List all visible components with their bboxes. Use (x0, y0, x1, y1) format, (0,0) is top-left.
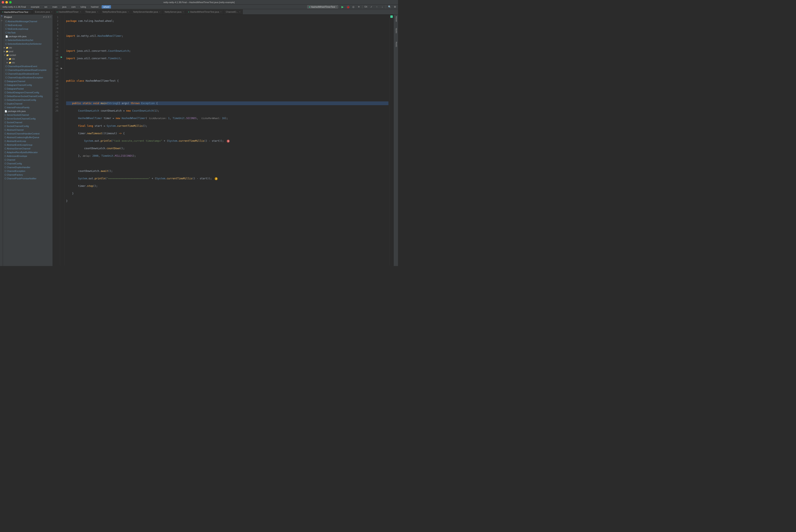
tree-item[interactable]: CDefaultSocketChannelConfig (3, 98, 53, 102)
tree-item[interactable]: CSocketChannel (3, 120, 53, 124)
tree-item[interactable]: CDatagramChannel (3, 79, 53, 83)
run-arrow-12[interactable]: ▶ (61, 56, 62, 58)
tab-timer[interactable]: Timer.java × (83, 10, 100, 14)
tree-item[interactable]: CAbstractEventLoopGroup (3, 143, 53, 147)
tab-hashedwheeltimertest-main[interactable]: ● HashedWheelTimerTest × (0, 10, 33, 14)
menu-example[interactable]: example (29, 5, 41, 8)
tab-close[interactable]: × (159, 11, 160, 13)
close-button[interactable] (2, 1, 4, 3)
code-editor[interactable]: package com.tuling.hashed.wheel; import … (64, 15, 389, 266)
tree-item-nio[interactable]: ▶📁nio (3, 57, 53, 61)
traffic-lights[interactable] (2, 1, 12, 3)
tree-item-oio[interactable]: ▶📁oio (3, 46, 53, 50)
tree-item[interactable]: CDefaultServerSocketChannelConfig (3, 94, 53, 98)
tab-label: HashedWheelTimerTest.java (190, 11, 219, 13)
run-button[interactable]: ▶ (340, 4, 345, 9)
rest-services-icon[interactable]: RestS. (394, 41, 398, 48)
tree-item[interactable]: CChannelException (3, 169, 53, 173)
build-button[interactable]: ⚙ (356, 4, 361, 9)
menu-com[interactable]: com (70, 5, 77, 8)
structure-icon[interactable]: S (0, 20, 3, 22)
tree-item[interactable]: CDatagramChannelConfig (3, 83, 53, 87)
run-arrow-14[interactable]: ▶ (61, 67, 62, 70)
tree-item[interactable]: CChannelFactory (3, 173, 53, 177)
menu-main[interactable]: main (51, 5, 59, 8)
mystic-icon[interactable]: Mystic (394, 27, 398, 34)
tree-item[interactable]: CDuplexChannel (3, 102, 53, 106)
menu-hashed[interactable]: hashed (89, 5, 100, 8)
settings-icon[interactable]: ⚙ (48, 16, 50, 18)
maven-icon[interactable]: Maven (394, 15, 398, 23)
tab-close[interactable]: × (220, 11, 221, 13)
project-icon[interactable]: P (0, 15, 3, 18)
pull-button[interactable]: ↓ (380, 4, 384, 9)
tree-item[interactable]: CAbstractNioMessageChannel (3, 20, 53, 23)
tree-item[interactable]: CNioTask (3, 31, 53, 35)
tab-close[interactable]: × (239, 11, 240, 13)
debug-button[interactable]: 🐞 (346, 4, 350, 9)
tree-item[interactable]: CChannelFlushPromiseNotifier (3, 177, 53, 180)
tree-item[interactable]: CDatagramPacket (3, 87, 53, 91)
tab-label: NettyServer.java (165, 11, 182, 13)
tree-item[interactable]: CChannelInputShutdownEvent (3, 64, 53, 68)
collapse-icon[interactable]: ⊟ (45, 16, 47, 18)
tab-close[interactable]: × (51, 11, 52, 13)
tree-item-socket[interactable]: ▼📁socket (3, 53, 53, 57)
commit-button[interactable]: ✓ (369, 4, 374, 9)
maximize-button[interactable] (9, 1, 12, 3)
find-button[interactable]: 🔍 (387, 4, 392, 9)
tree-item[interactable]: CDefaultDatagramChannelConfig (3, 91, 53, 94)
tree-item[interactable]: 📄package-info.java (3, 109, 53, 113)
tree-item[interactable]: CAddressedEnvelope (3, 154, 53, 158)
tree-item[interactable]: 📄package-info.java (3, 35, 53, 38)
menu-java[interactable]: java (60, 5, 68, 8)
tree-item[interactable]: CNioEventLoop (3, 23, 53, 27)
tab-nettyserver[interactable]: NettyServer.java × (163, 10, 186, 14)
menu-wheel[interactable]: wheel (102, 5, 111, 8)
tab-close[interactable]: × (80, 11, 81, 13)
tab-close[interactable]: × (97, 11, 98, 13)
tab-close[interactable]: × (30, 11, 31, 13)
tab-nettyserverhandler[interactable]: NettyServerHandler.java × (131, 10, 163, 14)
tree-item[interactable]: CAbstractChannel (3, 128, 53, 132)
tree-item-pool[interactable]: ▶📁pool (3, 50, 53, 53)
tree-item[interactable]: CChannelOutputShutdownEvent (3, 72, 53, 76)
menu-src[interactable]: src (43, 5, 49, 8)
run-config-selector[interactable]: ● HashedWheelTimerTest ▾ (307, 5, 338, 8)
push-button[interactable]: ↑ (375, 4, 379, 9)
tab-hashedwheeltimertest-java[interactable]: ● HashedWheelTimerTest.java × (186, 10, 224, 14)
tree-item[interactable]: CSocketChannelConfig (3, 124, 53, 128)
tree-item[interactable]: CChannelConfig (3, 162, 53, 166)
tree-item[interactable]: CAbstractServerChannel (3, 147, 53, 150)
tree-item[interactable]: CChannelOutputShutdownException (3, 76, 53, 79)
vcs-button[interactable]: Git: (364, 4, 368, 9)
menu-project[interactable]: netty-netty-4.1.38.Final (1, 5, 27, 8)
tree-item-oio2[interactable]: ▶📁oio (3, 61, 53, 64)
bookmark-marker[interactable] (390, 15, 393, 18)
tree-item[interactable]: CAbstractEventLoop (3, 139, 53, 143)
tree-item[interactable]: CChannel (3, 158, 53, 162)
tree-item[interactable]: CServerSocketChannelConfig (3, 117, 53, 120)
menu-tuling[interactable]: tuling (79, 5, 88, 8)
tree-item[interactable]: CSelectedSelectionKeySet (3, 38, 53, 42)
settings-button[interactable]: ⚙ (393, 4, 397, 9)
close-icon[interactable]: × (50, 16, 51, 18)
tree-item[interactable]: CAbstractChannelHandlerContext (3, 132, 53, 135)
sync-icon[interactable]: ⇄ (43, 16, 45, 18)
tab-hashedwheeltimer[interactable]: ● HashedWheelTimer × (55, 10, 83, 14)
tree-item[interactable]: CChannelDuplexHandler (3, 166, 53, 169)
tree-item[interactable]: CAdaptiveRecvByteBufAllocator (3, 150, 53, 154)
tab-executors[interactable]: Executors.java × (33, 10, 54, 14)
minimize-button[interactable] (5, 1, 8, 3)
coverage-button[interactable]: ◎ (351, 4, 356, 9)
tab-nettyruntimetests[interactable]: NettyRuntimeTests.java × (100, 10, 131, 14)
tree-item[interactable]: CAbstractCoalescingBufferQueue (3, 135, 53, 139)
tab-close[interactable]: × (183, 11, 184, 13)
tree-item[interactable]: CInternetProtocolFamily (3, 106, 53, 109)
tree-item[interactable]: CSelectedSelectionKeySetSelector (3, 42, 53, 46)
tree-item[interactable]: CServerSocketChannel (3, 113, 53, 117)
tab-channelo[interactable]: ChannelO... × (224, 10, 243, 14)
tab-close[interactable]: × (128, 11, 129, 13)
tree-item[interactable]: CChannelInputShutdownReadComplete (3, 68, 53, 72)
tree-item[interactable]: CNioEventLoopGroup (3, 27, 53, 31)
